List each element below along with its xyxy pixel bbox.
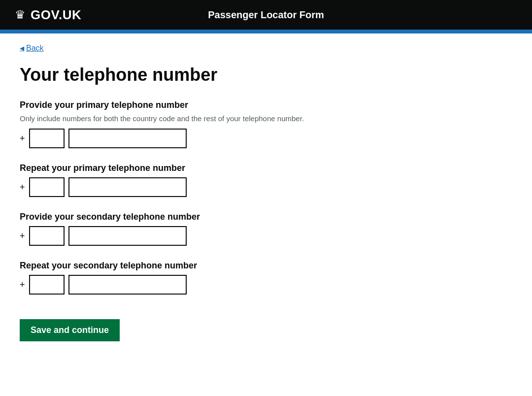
main-content: ◀ Back Your telephone number Provide you… [0, 33, 394, 371]
primary-country-code-input[interactable] [29, 129, 65, 148]
repeat-secondary-country-code-input[interactable] [29, 275, 65, 295]
primary-phone-label: Provide your primary telephone number [20, 100, 374, 110]
back-arrow-icon: ◀ [20, 45, 24, 52]
plus-sign-2: + [20, 182, 25, 193]
repeat-primary-phone-label: Repeat your primary telephone number [20, 163, 374, 173]
plus-sign-3: + [20, 231, 25, 241]
page-title: Your telephone number [20, 65, 374, 85]
back-link[interactable]: ◀ Back [20, 44, 44, 53]
save-continue-button[interactable]: Save and continue [20, 319, 120, 341]
repeat-primary-country-code-input[interactable] [29, 177, 65, 197]
gov-logo: ♛ GOV.UK [15, 7, 81, 23]
secondary-phone-label: Provide your secondary telephone number [20, 212, 374, 222]
repeat-secondary-phone-label: Repeat your secondary telephone number [20, 261, 374, 271]
page-header-title: Passenger Locator Form [208, 9, 324, 21]
gov-uk-label: GOV.UK [31, 7, 81, 23]
primary-phone-hint: Only include numbers for both the countr… [20, 114, 374, 123]
repeat-secondary-phone-input-row: + [20, 275, 374, 295]
plus-sign-1: + [20, 133, 25, 144]
back-link-label: Back [26, 44, 44, 53]
secondary-phone-group: Provide your secondary telephone number … [20, 212, 374, 246]
primary-phone-number-input[interactable] [68, 129, 187, 148]
secondary-phone-input-row: + [20, 226, 374, 246]
site-header: ♛ GOV.UK Passenger Locator Form [0, 0, 532, 30]
primary-phone-group: Provide your primary telephone number On… [20, 100, 374, 148]
blue-accent-bar [0, 30, 532, 33]
secondary-country-code-input[interactable] [29, 226, 65, 246]
crown-icon: ♛ [15, 8, 26, 22]
plus-sign-4: + [20, 280, 25, 290]
repeat-secondary-phone-group: Repeat your secondary telephone number + [20, 261, 374, 295]
repeat-primary-phone-input-row: + [20, 177, 374, 197]
primary-phone-input-row: + [20, 129, 374, 148]
secondary-phone-number-input[interactable] [68, 226, 187, 246]
repeat-secondary-phone-number-input[interactable] [68, 275, 187, 295]
repeat-primary-phone-number-input[interactable] [68, 177, 187, 197]
repeat-primary-phone-group: Repeat your primary telephone number + [20, 163, 374, 197]
